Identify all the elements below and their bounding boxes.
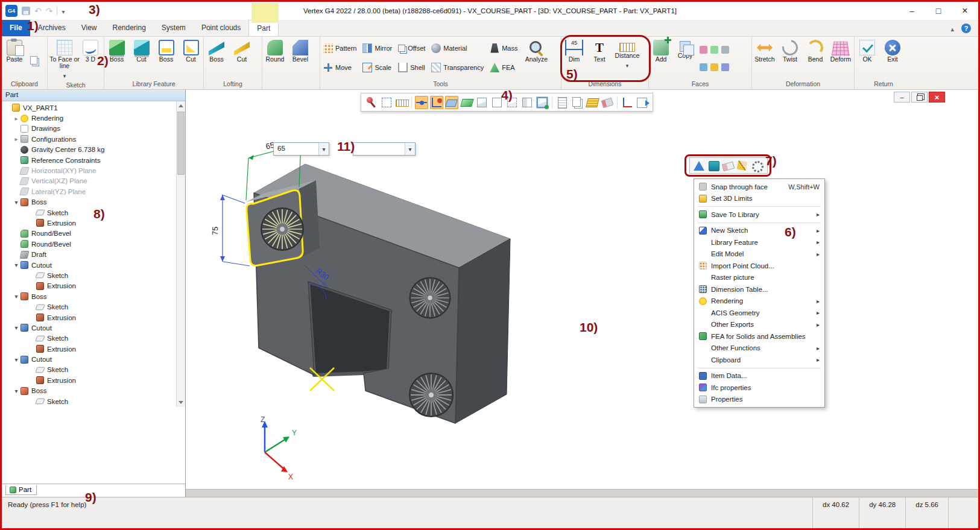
tree-scrollbar[interactable] — [176, 101, 185, 407]
dimension-value-combo[interactable]: 65 — [273, 142, 329, 156]
tab-view[interactable]: View — [74, 20, 105, 36]
round-button[interactable]: Round — [262, 37, 288, 79]
wire-cube-icon[interactable] — [490, 96, 504, 109]
dimension-75[interactable]: 75 — [210, 195, 250, 266]
face-tool-icon[interactable] — [721, 46, 729, 54]
chevron-down-icon[interactable] — [405, 143, 415, 155]
bend-button[interactable]: Bend — [803, 37, 828, 79]
fea-button[interactable]: FEA — [487, 58, 520, 77]
tree-item[interactable]: Reference Constraints — [2, 155, 175, 165]
tree-item[interactable]: Sketch — [2, 270, 175, 280]
face-tool-icon[interactable] — [710, 63, 718, 71]
face-tool-icon[interactable] — [710, 46, 718, 54]
tree-item[interactable]: Rendering — [2, 113, 175, 123]
undo-icon[interactable] — [34, 5, 42, 16]
tab-system[interactable]: System — [154, 20, 194, 36]
library-cut2-button[interactable]: Cut — [179, 37, 203, 79]
scroll-up-icon[interactable] — [177, 101, 185, 110]
layers-icon[interactable] — [586, 96, 599, 109]
distance-button[interactable]: Distance — [612, 37, 642, 79]
section-cube-icon[interactable] — [520, 96, 534, 109]
move-button[interactable]: Move — [320, 58, 359, 77]
ok-button[interactable]: OK — [855, 37, 880, 79]
sheet-icon[interactable] — [555, 96, 569, 109]
knurled-knob-2[interactable] — [410, 278, 450, 318]
minimize-button[interactable] — [899, 2, 925, 20]
bevel-button[interactable]: Bevel — [288, 37, 313, 79]
menu-item-dimension-table[interactable]: Dimension Table... — [694, 283, 824, 295]
chevron-down-icon[interactable] — [13, 262, 20, 268]
save-icon[interactable] — [22, 7, 30, 15]
exit-button[interactable]: Exit — [880, 37, 905, 79]
tree-item[interactable]: Cutout — [2, 354, 175, 364]
menu-item-set-3d-limits[interactable]: Set 3D Limits — [694, 193, 824, 205]
menu-item-edit-model[interactable]: Edit Model — [694, 248, 824, 260]
render-mode-icon[interactable] — [536, 96, 549, 109]
add-face-button[interactable]: Add — [649, 37, 673, 79]
tree-item[interactable]: Lateral(YZ) Plane — [2, 186, 175, 197]
tree-item[interactable]: Cutout — [2, 323, 175, 333]
face-tool-icon[interactable] — [721, 63, 729, 71]
work-plane-icon[interactable] — [460, 96, 473, 109]
tree-item[interactable]: Boss — [2, 386, 175, 396]
tab-file[interactable]: File — [2, 20, 30, 36]
menu-item-import-point-cloud[interactable]: Import Point Cloud... — [694, 260, 824, 272]
tree-item[interactable]: Round/Bevel — [2, 239, 175, 249]
tree-item[interactable]: Draft — [2, 249, 175, 259]
menu-item-snap-through-face[interactable]: Snap through face W,Shift+W — [694, 181, 824, 193]
mass-button[interactable]: Mass — [487, 39, 520, 57]
paste-button[interactable]: Paste — [2, 37, 27, 79]
twist-button[interactable]: Twist — [777, 37, 803, 79]
tree-item[interactable]: Configurations — [2, 134, 175, 144]
doc-minimize-button[interactable] — [894, 92, 910, 103]
gear-icon[interactable] — [751, 160, 763, 172]
face-tool-icon[interactable] — [700, 63, 707, 71]
close-button[interactable] — [952, 2, 978, 20]
tab-archives[interactable]: Archives — [30, 20, 74, 36]
tree-item[interactable]: Extrusion — [2, 312, 175, 323]
menu-item-ifc-properties[interactable]: Ifc properties — [694, 382, 824, 394]
copy-icon[interactable] — [30, 56, 37, 65]
chevron-right-icon[interactable] — [13, 136, 20, 142]
tree-item[interactable]: Sketch — [2, 365, 175, 375]
eraser-icon[interactable] — [722, 160, 734, 172]
snap-face-icon[interactable] — [445, 96, 458, 109]
tree-item[interactable]: Drawings — [2, 124, 175, 134]
library-cut-button[interactable]: Cut — [129, 37, 154, 79]
export-icon[interactable] — [636, 96, 649, 109]
pin-icon[interactable] — [365, 96, 378, 109]
menu-item-new-sketch[interactable]: New Sketch — [694, 225, 824, 237]
cone-icon[interactable] — [694, 161, 704, 171]
chevron-down-icon[interactable] — [13, 293, 20, 300]
tree-item[interactable]: Boss — [2, 197, 175, 207]
ruler-icon[interactable] — [395, 96, 408, 109]
transparency-button[interactable]: Transparency — [428, 58, 487, 77]
sketch-3d-button[interactable]: 3 D — [81, 37, 100, 80]
copy-sheet-icon[interactable] — [571, 96, 584, 109]
lofting-cut-button[interactable]: Cut — [229, 37, 254, 79]
tree-item[interactable]: Cutout — [2, 260, 175, 270]
dim-75-label[interactable]: 75 — [210, 226, 220, 235]
tree-item[interactable]: Extrusion — [2, 344, 175, 354]
tree-item[interactable]: Extrusion — [2, 218, 175, 228]
drawing-canvas[interactable]: 65 75 R30 — [186, 90, 978, 497]
tab-part-bottom[interactable]: Part — [5, 485, 37, 495]
material-button[interactable]: Material — [428, 39, 487, 57]
copy-face-button[interactable]: Copy — [673, 37, 697, 79]
chevron-down-icon[interactable] — [13, 324, 20, 331]
menu-item-rendering[interactable]: Rendering — [694, 295, 824, 308]
erase-icon[interactable] — [601, 96, 614, 109]
library-boss2-button[interactable]: Boss — [154, 37, 179, 79]
triad-icon[interactable] — [621, 96, 634, 109]
tree-item[interactable]: Boss — [2, 291, 175, 301]
doc-close-button[interactable] — [929, 92, 945, 103]
tree-item[interactable]: Horizontal(XY) Plane — [2, 165, 175, 175]
knurled-knob-1[interactable] — [261, 208, 303, 250]
app-logo[interactable]: G4 — [5, 5, 17, 17]
chevron-down-icon[interactable] — [62, 5, 65, 16]
tab-rendering[interactable]: Rendering — [104, 20, 153, 36]
scale-button[interactable]: Scale — [359, 58, 395, 77]
pattern-button[interactable]: Pattern — [320, 39, 359, 57]
tree-item-root[interactable]: VX_PART1 — [2, 103, 175, 113]
library-icon[interactable] — [707, 160, 719, 172]
